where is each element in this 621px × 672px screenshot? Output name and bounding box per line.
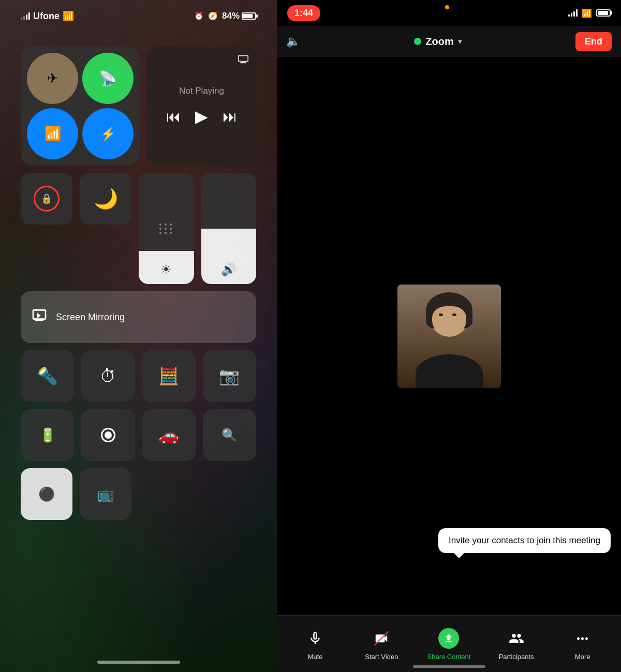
wifi-icon: 📶 <box>63 10 74 22</box>
mute-label: Mute <box>308 653 323 661</box>
bluetooth-icon: ⚡ <box>100 127 116 141</box>
calculator-button[interactable]: 🧮 <box>142 350 196 402</box>
airplane-mode-button[interactable]: ✈ <box>27 53 78 104</box>
apple-tv-button[interactable]: 📺 <box>80 468 131 520</box>
status-icons-right: 📶 <box>568 8 611 18</box>
cellular-data-button[interactable]: 📡 <box>82 53 134 104</box>
status-right: ⏰ 🧭 84% <box>194 11 256 21</box>
moon-icon: 🌙 <box>94 187 118 210</box>
alarm-icon: ⏰ <box>194 11 204 21</box>
play-button[interactable]: ▶ <box>195 107 208 126</box>
fast-forward-button[interactable]: ⏭ <box>223 108 237 125</box>
magnifier-icon: 🔍 <box>221 428 237 442</box>
zoom-status-dot <box>414 38 421 45</box>
screen-record-button[interactable] <box>81 409 135 461</box>
cc-app-row-2: 🔋 🚗 🔍 <box>21 409 256 461</box>
more-icon <box>571 627 594 650</box>
flashlight-button[interactable]: 🔦 <box>21 350 74 402</box>
car-play-button[interactable]: 🚗 <box>142 409 196 461</box>
volume-slider[interactable]: 🔊 <box>201 173 257 284</box>
camera-icon: 📷 <box>219 366 240 386</box>
meeting-title[interactable]: Zoom ▾ <box>414 36 461 48</box>
zoom-meeting-panel: 1:44 📶 🔈 Zoom ▾ End <box>277 0 621 672</box>
home-indicator <box>97 661 180 664</box>
airplay-button[interactable] <box>238 54 249 68</box>
battery-icon <box>242 12 256 20</box>
more-button[interactable]: More <box>562 627 603 661</box>
do-not-disturb-button[interactable]: 🌙 <box>80 173 131 225</box>
flashlight-icon: 🔦 <box>37 366 58 386</box>
airplane-icon: ✈ <box>47 70 58 86</box>
share-content-button[interactable]: Share Content <box>427 627 471 661</box>
video-icon <box>370 627 393 650</box>
share-content-label: Share Content <box>427 653 471 661</box>
more-label: More <box>575 653 590 661</box>
rewind-button[interactable]: ⏮ <box>166 108 181 125</box>
screen-record-icon <box>101 428 115 442</box>
cc-top-row: ✈ 📡 📶 ⚡ Not Playing <box>21 47 256 166</box>
battery-status-button[interactable]: 🔋 <box>21 409 74 461</box>
screen-mirroring-label: Screen Mirroring <box>56 312 125 323</box>
brightness-icon: ☀ <box>160 262 172 277</box>
time-display: 1:44 <box>287 5 320 21</box>
camera-button[interactable]: 📷 <box>203 350 256 402</box>
bluetooth-button[interactable]: ⚡ <box>82 108 134 159</box>
media-controls: ⏮ ▶ ⏭ <box>166 107 237 126</box>
participant-photo <box>397 285 501 388</box>
connectivity-grid[interactable]: ✈ 📡 📶 ⚡ <box>21 47 140 166</box>
lock-rotation-icon: 🔒 <box>34 186 60 212</box>
calculator-icon: 🧮 <box>158 366 179 386</box>
invite-tooltip: Invite your contacts to join this meetin… <box>438 528 611 553</box>
cellular-icon: 📡 <box>99 70 117 87</box>
accessibility-button[interactable]: ⚫ <box>21 468 72 520</box>
participants-button[interactable]: Participants <box>496 627 537 661</box>
participants-label: Participants <box>499 653 534 661</box>
wifi-button-icon: 📶 <box>45 126 61 142</box>
control-center-panel: Ufone 📶 ⏰ 🧭 84% ✈ 📡 <box>0 0 277 672</box>
participant-video <box>397 285 501 388</box>
zoom-label: Zoom <box>425 36 453 48</box>
zoom-bottom-toolbar: Mute Start Video Share Conte <box>277 615 621 672</box>
share-upload-icon <box>438 628 459 649</box>
status-bar-left: Ufone 📶 ⏰ 🧭 84% <box>21 10 256 22</box>
timer-button[interactable]: ⏱ <box>81 350 135 402</box>
share-content-icon <box>437 627 460 650</box>
screen-mirroring-button[interactable]: Screen Mirroring <box>21 291 256 343</box>
apple-tv-icon: 📺 <box>97 486 114 502</box>
location-icon: 🧭 <box>208 11 218 21</box>
brightness-dots <box>159 223 173 234</box>
chevron-down-icon: ▾ <box>458 37 462 46</box>
participants-icon <box>505 627 528 650</box>
carrier-name: Ufone <box>33 11 60 22</box>
zoom-header-toolbar: 🔈 Zoom ▾ End <box>277 26 621 57</box>
timer-icon: ⏱ <box>100 367 116 386</box>
recording-dot <box>445 5 449 9</box>
now-playing-widget: Not Playing ⏮ ▶ ⏭ <box>147 47 256 166</box>
battery-status-icon: 🔋 <box>39 427 56 443</box>
cc-bottom-row: ⚫ 📺 <box>21 468 256 520</box>
wifi-button[interactable]: 📶 <box>27 108 78 159</box>
not-playing-text: Not Playing <box>179 86 224 96</box>
screen-mirroring-icon <box>31 307 48 327</box>
home-indicator-right <box>413 665 485 668</box>
signal-strength-right <box>568 9 578 17</box>
end-call-button[interactable]: End <box>575 32 612 51</box>
car-icon: 🚗 <box>158 425 179 445</box>
battery-right <box>596 9 611 17</box>
start-video-label: Start Video <box>365 653 398 661</box>
start-video-button[interactable]: Start Video <box>361 627 402 661</box>
more-dots <box>577 637 588 640</box>
lock-rotation-button[interactable]: 🔒 <box>21 173 72 225</box>
wifi-icon-right: 📶 <box>582 8 592 18</box>
status-bar-right: 1:44 📶 <box>277 0 621 26</box>
magnifier-button[interactable]: 🔍 <box>203 409 256 461</box>
audio-output-button[interactable]: 🔈 <box>286 35 300 48</box>
control-center-container: ✈ 📡 📶 ⚡ Not Playing <box>21 47 256 520</box>
meeting-video-area: Invite your contacts to join this meetin… <box>277 57 621 615</box>
mute-button[interactable]: Mute <box>294 627 336 661</box>
invite-tooltip-text: Invite your contacts to join this meetin… <box>449 535 600 545</box>
signal-bars <box>21 12 30 20</box>
cc-app-row-1: 🔦 ⏱ 🧮 📷 <box>21 350 256 402</box>
accessibility-icon: ⚫ <box>38 486 55 502</box>
brightness-slider[interactable]: ☀ <box>139 173 194 284</box>
